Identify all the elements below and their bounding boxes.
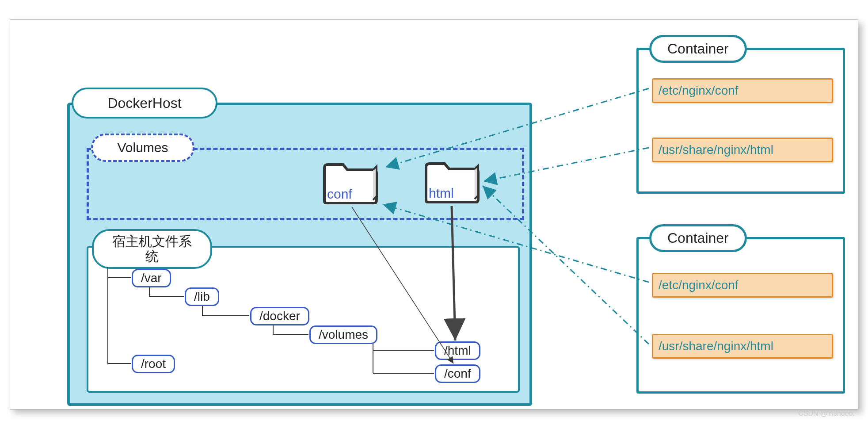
folder-conf: conf <box>321 160 378 204</box>
watermark: CSDN @Yishooo. <box>798 410 855 417</box>
container-1-path-1: /etc/nginx/conf <box>652 78 833 103</box>
folder-html-label: html <box>429 186 454 201</box>
node-lib: /lib <box>185 287 219 306</box>
container-2: Container /etc/nginx/conf /usr/share/ngi… <box>636 237 845 394</box>
hostfs-title: 宿主机文件系统 <box>92 229 212 269</box>
volumes-title: Volumes <box>91 134 194 162</box>
folder-html: html <box>423 159 480 203</box>
container-2-title: Container <box>649 224 747 252</box>
node-conf: /conf <box>435 364 480 383</box>
node-var: /var <box>132 269 171 287</box>
container-2-path-2: /usr/share/nginx/html <box>652 334 833 359</box>
folder-conf-label: conf <box>327 187 352 202</box>
container-1-title: Container <box>649 35 747 63</box>
node-root: /root <box>132 355 175 373</box>
container-2-path-1: /etc/nginx/conf <box>652 273 833 298</box>
container-1: Container /etc/nginx/conf /usr/share/ngi… <box>636 48 845 194</box>
node-html: /html <box>435 341 480 360</box>
diagram-canvas: DockerHost Volumes conf html 宿主机文件系统 /va… <box>0 0 868 421</box>
container-1-path-2: /usr/share/nginx/html <box>652 138 833 162</box>
node-docker: /docker <box>250 307 309 325</box>
dockerhost-title: DockerHost <box>72 88 217 119</box>
node-volumes: /volumes <box>309 325 377 344</box>
